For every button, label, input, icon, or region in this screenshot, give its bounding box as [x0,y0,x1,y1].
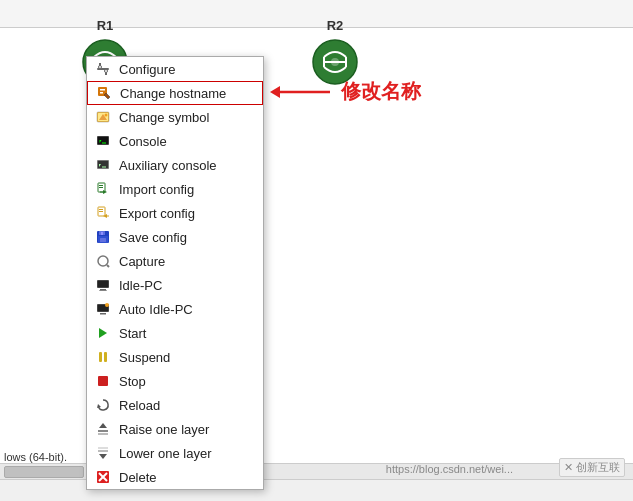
annotation-area: 修改名称 [270,78,421,105]
menu-item-delete[interactable]: Delete [87,465,263,489]
svg-marker-20 [104,93,110,99]
menu-item-lower-layer[interactable]: Lower one layer [87,441,263,465]
svg-rect-45 [101,232,103,235]
menu-item-stop[interactable]: Stop [87,369,263,393]
menu-item-aux-console[interactable]: Auxiliary console [87,153,263,177]
svg-rect-60 [104,352,107,362]
menu-item-save-config[interactable]: Save config [87,225,263,249]
svg-rect-64 [98,433,108,435]
menu-label-idle-pc: Idle-PC [119,278,162,293]
menu-label-reload: Reload [119,398,160,413]
svg-rect-66 [98,450,108,452]
menu-icon-start [95,325,111,341]
menu-icon-console [95,133,111,149]
menu-label-change-symbol: Change symbol [119,110,209,125]
svg-marker-58 [99,328,107,338]
canvas-area: R1 R2 修改名称 Confi [0,0,633,501]
svg-point-16 [105,70,108,73]
menu-icon-idle-pc [95,277,111,293]
menu-label-export-config: Export config [119,206,195,221]
brand-logo: ✕ 创新互联 [559,458,625,477]
svg-marker-62 [97,404,101,408]
menu-icon-auto-idle-pc [95,301,111,317]
svg-rect-34 [99,185,103,186]
menu-icon-suspend [95,349,111,365]
svg-marker-68 [99,454,107,459]
svg-point-9 [331,58,339,66]
menu-icon-change-symbol [95,109,111,125]
svg-marker-11 [270,86,280,98]
menu-item-auto-idle-pc[interactable]: Auto Idle-PC [87,297,263,321]
menu-icon-configure [95,61,111,77]
menu-icon-reload [95,397,111,413]
menu-label-suspend: Suspend [119,350,170,365]
menu-item-suspend[interactable]: Suspend [87,345,263,369]
context-menu: ConfigureChange hostnameChange symbolCon… [86,56,264,490]
svg-rect-28 [102,143,106,144]
menu-item-export-config[interactable]: Export config [87,201,263,225]
menu-icon-import-config [95,181,111,197]
svg-rect-47 [100,238,106,242]
svg-rect-59 [99,352,102,362]
menu-item-reload[interactable]: Reload [87,393,263,417]
annotation-text: 修改名称 [341,78,421,105]
svg-rect-18 [100,89,105,91]
svg-rect-19 [100,92,103,94]
menu-label-auto-idle-pc: Auto Idle-PC [119,302,193,317]
menu-icon-export-config [95,205,111,221]
menu-item-change-symbol[interactable]: Change symbol [87,105,263,129]
menu-icon-delete [95,469,111,485]
menu-item-change-hostname[interactable]: Change hostname [87,81,263,105]
menu-label-delete: Delete [119,470,157,485]
menu-icon-capture [95,253,111,269]
menu-icon-save-config [95,229,111,245]
menu-label-raise-layer: Raise one layer [119,422,209,437]
menu-item-capture[interactable]: Capture [87,249,263,273]
router-r1-label: R1 [97,18,114,33]
menu-label-save-config: Save config [119,230,187,245]
router-r2[interactable]: R2 [310,18,360,87]
bottom-status-text: lows (64-bit). [4,451,67,463]
menu-label-lower-layer: Lower one layer [119,446,212,461]
svg-line-49 [107,265,109,267]
menu-icon-aux-console [95,157,111,173]
svg-rect-35 [99,187,103,188]
menu-label-aux-console: Auxiliary console [119,158,217,173]
menu-label-start: Start [119,326,146,341]
menu-label-capture: Capture [119,254,165,269]
watermark-text: https://blog.csdn.net/wei... [386,463,513,475]
svg-rect-56 [100,313,106,315]
svg-rect-51 [98,281,108,287]
svg-rect-67 [98,447,108,449]
menu-item-raise-layer[interactable]: Raise one layer [87,417,263,441]
menu-icon-change-hostname [96,85,112,101]
svg-point-57 [105,303,109,307]
svg-rect-63 [98,430,108,432]
svg-point-24 [105,114,108,117]
menu-item-start[interactable]: Start [87,321,263,345]
menu-item-console[interactable]: Console [87,129,263,153]
svg-rect-40 [99,211,103,212]
menu-items-container: ConfigureChange hostnameChange symbolCon… [87,57,263,489]
annotation-arrow-icon [270,80,335,104]
menu-item-configure[interactable]: Configure [87,57,263,81]
svg-rect-61 [98,376,108,386]
svg-point-15 [99,66,102,69]
scrollbar-thumb[interactable] [4,466,84,478]
menu-item-import-config[interactable]: Import config [87,177,263,201]
svg-rect-53 [99,290,107,291]
menu-icon-stop [95,373,111,389]
svg-rect-39 [99,209,103,210]
menu-label-import-config: Import config [119,182,194,197]
menu-label-configure: Configure [119,62,175,77]
svg-point-48 [98,256,108,266]
menu-label-change-hostname: Change hostname [120,86,226,101]
menu-icon-raise-layer [95,421,111,437]
svg-rect-32 [102,167,106,168]
svg-marker-65 [99,423,107,428]
menu-icon-lower-layer [95,445,111,461]
menu-label-console: Console [119,134,167,149]
menu-item-idle-pc[interactable]: Idle-PC [87,273,263,297]
router-r2-label: R2 [327,18,344,33]
menu-label-stop: Stop [119,374,146,389]
